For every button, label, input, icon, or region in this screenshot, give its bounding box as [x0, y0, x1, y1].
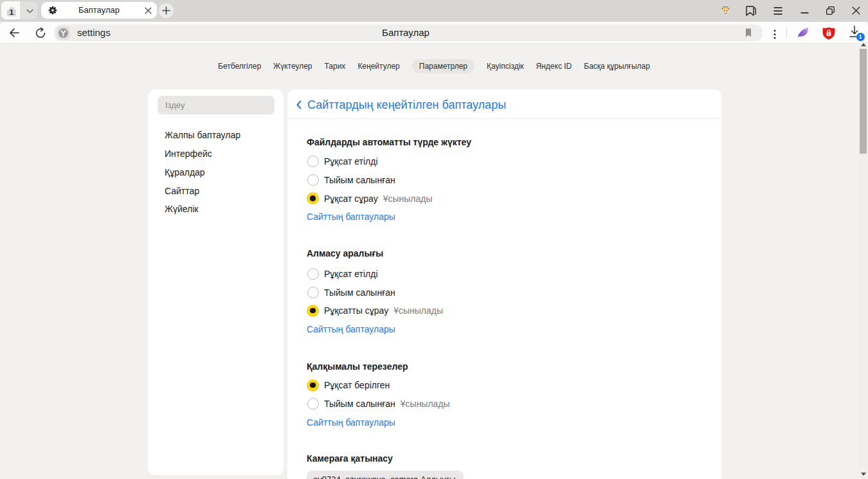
svg-text:1: 1: [10, 8, 14, 15]
